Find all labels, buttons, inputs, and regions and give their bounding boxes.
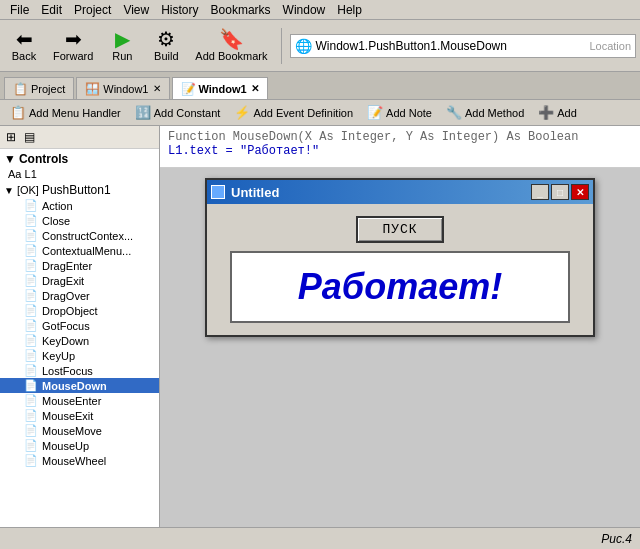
- code-line-1: Function MouseDown(X As Integer, Y As In…: [168, 130, 632, 144]
- location-placeholder-label: Location: [589, 40, 631, 52]
- menu-window[interactable]: Window: [277, 2, 332, 18]
- item-label-dragenter: DragEnter: [42, 260, 92, 272]
- item-icon-dragenter: 📄: [24, 259, 38, 272]
- window1-first-tab-icon: 🪟: [85, 82, 100, 96]
- item-label-mousedown: MouseDown: [42, 380, 107, 392]
- item-icon-gotfocus: 📄: [24, 319, 38, 332]
- item-label-close: Close: [42, 215, 70, 227]
- item-label-mousemove: MouseMove: [42, 425, 102, 437]
- tree-item-gotfocus[interactable]: 📄 GotFocus: [0, 318, 159, 333]
- tab-window1-first-close[interactable]: ✕: [153, 83, 161, 94]
- add-constant-label: Add Constant: [154, 107, 221, 119]
- tree-item-mousedown[interactable]: 📄 MouseDown: [0, 378, 159, 393]
- method-icon: 🔧: [446, 105, 462, 120]
- left-panel: ⊞ ▤ ▼ Controls Aa L1 ▼ [OK] PushButton1 …: [0, 126, 160, 527]
- menu-help[interactable]: Help: [331, 2, 368, 18]
- sub-header-label: Aa L1: [8, 168, 37, 180]
- item-label-keydown: KeyDown: [42, 335, 89, 347]
- code-line-2: L1.text = "Работает!": [168, 144, 632, 158]
- tree-item-close[interactable]: 📄 Close: [0, 213, 159, 228]
- tab-window1-active[interactable]: 📝 Window1 ✕: [172, 77, 268, 99]
- item-icon-mousemove: 📄: [24, 424, 38, 437]
- tree-controls-header[interactable]: ▼ Controls: [0, 151, 159, 167]
- action-bar: 📋 Add Menu Handler 🔢 Add Constant ⚡ Add …: [0, 100, 640, 126]
- project-tab-icon: 📋: [13, 82, 28, 96]
- add-menu-handler-button[interactable]: 📋 Add Menu Handler: [4, 102, 127, 123]
- item-label-dragover: DragOver: [42, 290, 90, 302]
- tree-item-contextualmenu[interactable]: 📄 ContextualMenu...: [0, 243, 159, 258]
- forward-label: Forward: [53, 50, 93, 62]
- sim-maximize-button[interactable]: □: [551, 184, 569, 200]
- tree-item-mouseexit[interactable]: 📄 MouseExit: [0, 408, 159, 423]
- preview-area: Untitled _ □ ✕ ПУСК Работает!: [160, 168, 640, 527]
- tree-item-lostfocus[interactable]: 📄 LostFocus: [0, 363, 159, 378]
- item-label-keyup: KeyUp: [42, 350, 75, 362]
- tree-item-dragover[interactable]: 📄 DragOver: [0, 288, 159, 303]
- run-button[interactable]: ▶ Run: [102, 26, 142, 65]
- add-bookmark-button[interactable]: 🔖 Add Bookmark: [190, 26, 272, 65]
- tree-item-action[interactable]: 📄 Action: [0, 198, 159, 213]
- sim-label-text: Работает!: [298, 266, 502, 308]
- tree-controls: ▼ Controls Aa L1 ▼ [OK] PushButton1 📄 Ac…: [0, 149, 159, 471]
- build-button[interactable]: ⚙ Build: [146, 26, 186, 65]
- panel-btn-1[interactable]: ⊞: [2, 128, 20, 146]
- back-label: Back: [12, 50, 36, 62]
- item-icon-keydown: 📄: [24, 334, 38, 347]
- constant-icon: 🔢: [135, 105, 151, 120]
- add-note-label: Add Note: [386, 107, 432, 119]
- pushbutton-group-header[interactable]: ▼ [OK] PushButton1: [0, 182, 159, 198]
- item-icon-dragexit: 📄: [24, 274, 38, 287]
- tree-item-dragexit[interactable]: 📄 DragExit: [0, 273, 159, 288]
- tree-item-constructcontex[interactable]: 📄 ConstructContex...: [0, 228, 159, 243]
- bookmark-icon: 🔖: [219, 29, 244, 49]
- sim-window-controls: _ □ ✕: [531, 184, 589, 200]
- sim-minimize-button[interactable]: _: [531, 184, 549, 200]
- build-icon: ⚙: [157, 29, 175, 49]
- sim-content: ПУСК Работает!: [207, 204, 593, 335]
- menu-view[interactable]: View: [117, 2, 155, 18]
- tree-item-mousewheel[interactable]: 📄 MouseWheel: [0, 453, 159, 468]
- forward-button[interactable]: ➡ Forward: [48, 26, 98, 65]
- add-constant-button[interactable]: 🔢 Add Constant: [129, 102, 227, 123]
- back-icon: ⬅: [16, 29, 33, 49]
- back-button[interactable]: ⬅ Back: [4, 26, 44, 65]
- item-icon-action: 📄: [24, 199, 38, 212]
- menu-history[interactable]: History: [155, 2, 204, 18]
- tab-project[interactable]: 📋 Project: [4, 77, 74, 99]
- add-bookmark-label: Add Bookmark: [195, 50, 267, 62]
- menu-project[interactable]: Project: [68, 2, 117, 18]
- tree-item-mouseup[interactable]: 📄 MouseUp: [0, 438, 159, 453]
- add-method-button[interactable]: 🔧 Add Method: [440, 102, 530, 123]
- add-note-button[interactable]: 📝 Add Note: [361, 102, 438, 123]
- controls-label: Controls: [19, 152, 68, 166]
- sim-close-button[interactable]: ✕: [571, 184, 589, 200]
- tree-item-mousemove[interactable]: 📄 MouseMove: [0, 423, 159, 438]
- add-button[interactable]: ➕ Add: [532, 102, 583, 123]
- tree-item-dropobject[interactable]: 📄 DropObject: [0, 303, 159, 318]
- item-icon-mousedown: 📄: [24, 379, 38, 392]
- main-toolbar: ⬅ Back ➡ Forward ▶ Run ⚙ Build 🔖 Add Boo…: [0, 20, 640, 72]
- tab-window1-active-close[interactable]: ✕: [251, 83, 259, 94]
- item-icon-dragover: 📄: [24, 289, 38, 302]
- tab-window1-first-label: Window1: [103, 83, 148, 95]
- tree-item-mouseenter[interactable]: 📄 MouseEnter: [0, 393, 159, 408]
- tree-sub-header[interactable]: Aa L1: [0, 167, 159, 181]
- sim-pusk-button[interactable]: ПУСК: [356, 216, 443, 243]
- menu-handler-icon: 📋: [10, 105, 26, 120]
- panel-btn-2[interactable]: ▤: [20, 128, 39, 146]
- code-editor[interactable]: Function MouseDown(X As Integer, Y As In…: [160, 126, 640, 168]
- menu-bookmarks[interactable]: Bookmarks: [205, 2, 277, 18]
- tab-window1-first[interactable]: 🪟 Window1 ✕: [76, 77, 169, 99]
- build-label: Build: [154, 50, 178, 62]
- menu-file[interactable]: File: [4, 2, 35, 18]
- tree-item-keydown[interactable]: 📄 KeyDown: [0, 333, 159, 348]
- menu-edit[interactable]: Edit: [35, 2, 68, 18]
- tree-item-dragenter[interactable]: 📄 DragEnter: [0, 258, 159, 273]
- status-caption: Рис.4: [601, 532, 632, 546]
- add-event-definition-button[interactable]: ⚡ Add Event Definition: [228, 102, 359, 123]
- tree-item-keyup[interactable]: 📄 KeyUp: [0, 348, 159, 363]
- item-icon-mouseup: 📄: [24, 439, 38, 452]
- location-bar: 🌐 Window1.PushButton1.MouseDown Location: [290, 34, 637, 58]
- forward-icon: ➡: [65, 29, 82, 49]
- item-icon-lostfocus: 📄: [24, 364, 38, 377]
